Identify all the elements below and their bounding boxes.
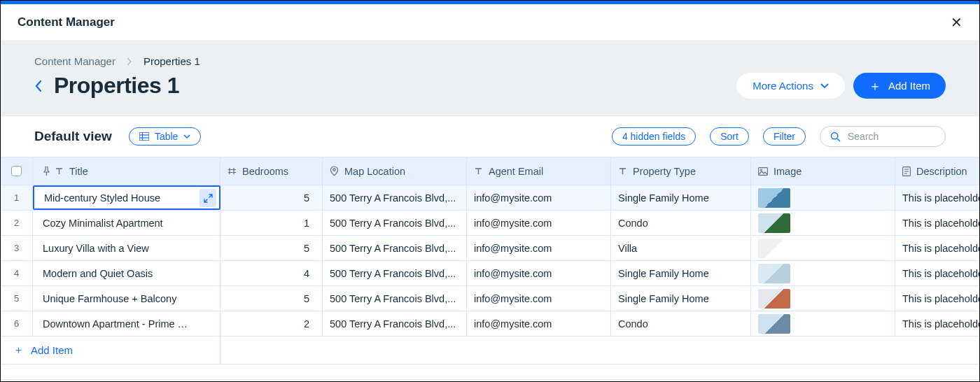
- row-number-cell[interactable]: 3: [1, 236, 33, 260]
- column-header-type[interactable]: Property Type: [611, 157, 751, 185]
- add-item-button[interactable]: ＋ Add Item: [853, 73, 946, 99]
- svg-rect-7: [759, 167, 768, 175]
- map-cell[interactable]: 500 Terry A Francois Blvd,...: [323, 185, 467, 210]
- add-item-row[interactable]: ＋ Add Item: [1, 337, 220, 365]
- row-number-cell[interactable]: 6: [1, 311, 33, 336]
- title-cell[interactable]: Mid-century Styled House: [33, 185, 220, 210]
- bedrooms-cell[interactable]: 2: [220, 311, 323, 336]
- type-cell[interactable]: Villa: [611, 236, 751, 260]
- text-type-icon: [55, 167, 64, 176]
- richtext-type-icon: [902, 167, 911, 176]
- desc-cell[interactable]: This is placeholde: [895, 286, 979, 311]
- bedrooms-cell[interactable]: 5: [220, 286, 323, 311]
- column-header-desc[interactable]: Description: [895, 157, 979, 185]
- table-row[interactable]: 3Luxury Villa with a View5500 Terry A Fr…: [1, 236, 979, 261]
- row-number-cell[interactable]: 5: [1, 286, 33, 311]
- map-cell[interactable]: 500 Terry A Francois Blvd,...: [323, 236, 467, 260]
- email-cell[interactable]: info@mysite.com: [467, 311, 611, 336]
- select-all-checkbox[interactable]: [11, 166, 22, 176]
- bedrooms-value: 5: [304, 192, 309, 204]
- image-thumbnail: [758, 264, 790, 283]
- table-row[interactable]: 5Unique Farmhouse + Balcony5500 Terry A …: [1, 286, 979, 311]
- image-cell[interactable]: [751, 211, 895, 235]
- type-cell[interactable]: Condo: [611, 311, 751, 336]
- row-number-cell[interactable]: 2: [1, 211, 33, 235]
- column-title-label: Title: [69, 166, 88, 177]
- type-value: Condo: [618, 218, 648, 229]
- title-cell[interactable]: Downtown Apartment - Prime …: [33, 311, 220, 336]
- type-cell[interactable]: Single Family Home: [611, 286, 751, 311]
- column-header-email[interactable]: Agent Email: [467, 157, 611, 185]
- row-number-cell[interactable]: 4: [1, 261, 33, 285]
- title-cell[interactable]: Luxury Villa with a View: [33, 236, 220, 260]
- bedrooms-value: 5: [304, 293, 309, 304]
- bedrooms-cell[interactable]: 1: [220, 211, 323, 235]
- title-cell[interactable]: Cozy Minimalist Apartment: [33, 211, 220, 235]
- table-row[interactable]: 2Cozy Minimalist Apartment1500 Terry A F…: [1, 211, 979, 236]
- map-cell[interactable]: 500 Terry A Francois Blvd,...: [323, 286, 467, 311]
- hidden-fields-button[interactable]: 4 hidden fields: [612, 127, 696, 146]
- desc-cell[interactable]: This is placeholde: [895, 236, 979, 260]
- type-cell[interactable]: Single Family Home: [611, 185, 751, 210]
- filter-button[interactable]: Filter: [763, 127, 806, 146]
- row-number-cell[interactable]: 1: [1, 185, 33, 210]
- more-actions-button[interactable]: More Actions: [736, 73, 845, 99]
- image-cell[interactable]: [751, 311, 895, 336]
- breadcrumb-root[interactable]: Content Manager: [34, 55, 115, 67]
- map-cell[interactable]: 500 Terry A Francois Blvd,...: [323, 211, 467, 235]
- desc-value: This is placeholde: [902, 268, 979, 279]
- desc-cell[interactable]: This is placeholde: [895, 211, 979, 235]
- email-value: info@mysite.com: [474, 293, 552, 304]
- map-value: 500 Terry A Francois Blvd,...: [330, 218, 456, 229]
- map-cell[interactable]: 500 Terry A Francois Blvd,...: [323, 261, 467, 285]
- title-cell[interactable]: Modern and Quiet Oasis: [33, 261, 220, 285]
- column-bedrooms-label: Bedrooms: [242, 166, 288, 177]
- location-type-icon: [330, 166, 339, 176]
- image-cell[interactable]: [751, 236, 895, 260]
- image-cell[interactable]: [751, 185, 895, 210]
- table-row[interactable]: 1Mid-century Styled House5500 Terry A Fr…: [1, 185, 979, 211]
- desc-value: This is placeholde: [902, 318, 979, 330]
- image-cell[interactable]: [751, 261, 895, 285]
- desc-cell[interactable]: This is placeholde: [895, 311, 979, 336]
- svg-point-8: [760, 169, 762, 170]
- bedrooms-value: 2: [304, 318, 309, 330]
- bedrooms-cell[interactable]: 5: [220, 236, 323, 260]
- header-checkbox-cell[interactable]: [1, 157, 33, 185]
- type-cell[interactable]: Single Family Home: [611, 261, 751, 285]
- search-field-wrapper[interactable]: [820, 126, 946, 147]
- email-cell[interactable]: info@mysite.com: [467, 261, 611, 285]
- bedrooms-cell[interactable]: 4: [220, 261, 323, 285]
- view-type-selector[interactable]: Table: [129, 127, 201, 146]
- image-cell[interactable]: [751, 286, 895, 311]
- column-header-title[interactable]: Title: [33, 157, 220, 185]
- bedrooms-cell[interactable]: 5: [220, 185, 323, 210]
- add-item-row-label: Add Item: [31, 344, 73, 356]
- column-header-image[interactable]: Image: [751, 157, 895, 185]
- email-cell[interactable]: info@mysite.com: [467, 211, 611, 235]
- map-value: 500 Terry A Francois Blvd,...: [330, 293, 456, 304]
- email-value: info@mysite.com: [474, 318, 552, 330]
- title-value: Modern and Quiet Oasis: [43, 268, 153, 279]
- pin-icon: [43, 167, 50, 176]
- desc-cell[interactable]: This is placeholde: [895, 185, 979, 210]
- table-row[interactable]: 4Modern and Quiet Oasis4500 Terry A Fran…: [1, 261, 979, 286]
- plus-icon: ＋: [869, 80, 881, 92]
- sort-button[interactable]: Sort: [710, 127, 749, 146]
- email-cell[interactable]: info@mysite.com: [467, 185, 611, 210]
- row-number: 3: [14, 243, 19, 253]
- title-cell[interactable]: Unique Farmhouse + Balcony: [33, 286, 220, 311]
- email-cell[interactable]: info@mysite.com: [467, 286, 611, 311]
- table-row[interactable]: 6Downtown Apartment - Prime …2500 Terry …: [1, 311, 979, 337]
- back-chevron-icon[interactable]: [34, 80, 43, 92]
- search-input[interactable]: [848, 131, 935, 142]
- type-cell[interactable]: Condo: [611, 211, 751, 235]
- column-header-map[interactable]: Map Location: [323, 157, 467, 185]
- email-value: info@mysite.com: [474, 192, 552, 204]
- desc-cell[interactable]: This is placeholde: [895, 261, 979, 285]
- map-cell[interactable]: 500 Terry A Francois Blvd,...: [323, 311, 467, 336]
- expand-icon[interactable]: [200, 189, 216, 207]
- email-cell[interactable]: info@mysite.com: [467, 236, 611, 260]
- close-icon[interactable]: ✕: [951, 15, 962, 29]
- column-header-bedrooms[interactable]: Bedrooms: [220, 157, 323, 185]
